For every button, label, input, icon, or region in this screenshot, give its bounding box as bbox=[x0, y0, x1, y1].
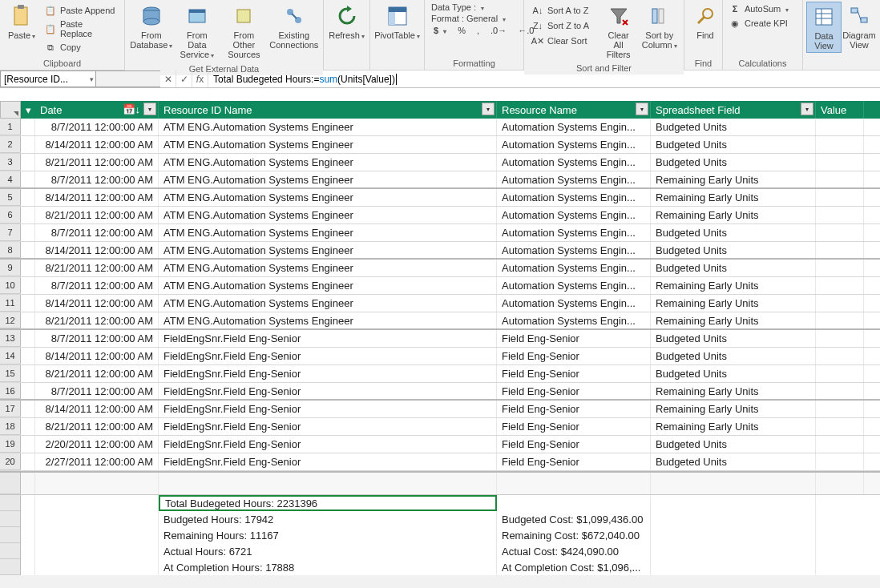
row-number[interactable]: 13 bbox=[0, 330, 21, 347]
currency-button[interactable]: $ bbox=[431, 25, 449, 36]
sort-az-button[interactable]: A↓Sort A to Z bbox=[529, 3, 597, 18]
row-number[interactable]: 12 bbox=[0, 312, 21, 328]
cell-resource-id[interactable]: ATM ENG.Automation Systems Engineer bbox=[159, 312, 497, 328]
row-number[interactable]: 3 bbox=[0, 154, 21, 171]
row-number[interactable]: 20 bbox=[0, 453, 21, 470]
cell-spreadsheet-field[interactable]: Remaining Early Units bbox=[651, 277, 816, 294]
cell-date[interactable]: 8/7/2011 12:00:00 AM bbox=[35, 383, 159, 399]
row-number[interactable]: 9 bbox=[0, 260, 21, 276]
summary-left-cell[interactable]: Actual Hours: 6721 bbox=[159, 543, 497, 559]
cell-value[interactable] bbox=[816, 154, 864, 171]
row-number[interactable]: 15 bbox=[0, 365, 21, 382]
copy-button[interactable]: ⧉Copy bbox=[42, 40, 119, 54]
from-database-button[interactable]: From Database bbox=[128, 2, 175, 52]
create-kpi-button[interactable]: ◉Create KPI bbox=[726, 16, 790, 30]
cell-resource-name[interactable]: Automation Systems Engin... bbox=[497, 189, 651, 206]
cell-spreadsheet-field[interactable]: Remaining Early Units bbox=[651, 171, 816, 187]
cell-resource-name[interactable]: Field Eng-Senior bbox=[497, 330, 651, 347]
col-header-spreadsheet-field[interactable]: Spreadsheet Field▾ bbox=[651, 101, 816, 119]
date-filter-button[interactable]: ▾ bbox=[143, 103, 156, 115]
cell-value[interactable] bbox=[816, 436, 864, 453]
cell-resource-id[interactable]: ATM ENG.Automation Systems Engineer bbox=[159, 136, 497, 153]
pivottable-button[interactable]: PivotTable bbox=[373, 2, 421, 42]
cell-resource-id[interactable]: ATM ENG.Automation Systems Engineer bbox=[159, 207, 497, 224]
cell-spreadsheet-field[interactable]: Remaining Early Units bbox=[651, 401, 816, 417]
cell-value[interactable] bbox=[816, 171, 864, 187]
cell-value[interactable] bbox=[816, 136, 864, 153]
cell-resource-id[interactable]: ATM ENG.Automation Systems Engineer bbox=[159, 189, 497, 206]
cell-date[interactable]: 8/21/2011 12:00:00 AM bbox=[35, 312, 159, 328]
cell-resource-name[interactable]: Automation Systems Engin... bbox=[497, 136, 651, 153]
cell-spreadsheet-field[interactable]: Budgeted Units bbox=[651, 365, 816, 382]
col-header-resource-name[interactable]: Resource Name▾ bbox=[497, 101, 651, 119]
summary-left-cell[interactable]: Budgeted Hours: 17942 bbox=[159, 511, 497, 527]
cell-spreadsheet-field[interactable]: Budgeted Units bbox=[651, 348, 816, 364]
cell-spreadsheet-field[interactable]: Remaining Early Units bbox=[651, 418, 816, 435]
cell-value[interactable] bbox=[816, 418, 864, 435]
cell-date[interactable]: 2/27/2011 12:00:00 AM bbox=[35, 453, 159, 470]
summary-right-cell[interactable]: At Completion Cost: $1,096,... bbox=[497, 559, 651, 575]
sort-by-column-button[interactable]: Sort by Column bbox=[639, 2, 680, 52]
cell-resource-name[interactable]: Automation Systems Engin... bbox=[497, 260, 651, 276]
row-number[interactable]: 7 bbox=[0, 224, 21, 241]
row-number[interactable]: 1 bbox=[0, 119, 21, 135]
percent-button[interactable]: % bbox=[455, 25, 468, 36]
cell-resource-name[interactable]: Automation Systems Engin... bbox=[497, 171, 651, 187]
cancel-formula-button[interactable]: ✕ bbox=[160, 70, 176, 87]
format-dropdown[interactable]: Format : General bbox=[428, 13, 520, 24]
cell-spreadsheet-field[interactable]: Budgeted Units bbox=[651, 154, 816, 171]
cell-value[interactable] bbox=[816, 383, 864, 399]
cell-resource-name[interactable]: Field Eng-Senior bbox=[497, 418, 651, 435]
increase-decimal-button[interactable]: .0→ bbox=[488, 25, 509, 36]
name-box-dropdown-icon[interactable]: ▾ bbox=[90, 75, 94, 83]
cell-value[interactable] bbox=[816, 260, 864, 276]
paste-button[interactable]: Paste bbox=[3, 2, 40, 42]
table-row[interactable]: 58/14/2011 12:00:00 AMATM ENG.Automation… bbox=[0, 189, 880, 207]
table-row[interactable]: 168/7/2011 12:00:00 AMFieldEngSnr.Field … bbox=[0, 383, 880, 401]
table-row[interactable]: 118/14/2011 12:00:00 AMATM ENG.Automatio… bbox=[0, 295, 880, 312]
cell-date[interactable]: 2/20/2011 12:00:00 AM bbox=[35, 436, 159, 453]
cell-resource-name[interactable]: Automation Systems Engin... bbox=[497, 119, 651, 135]
cell-resource-name[interactable]: Field Eng-Senior bbox=[497, 401, 651, 417]
summary-left-cell[interactable]: At Completion Hours: 17888 bbox=[159, 559, 497, 575]
cell-date[interactable]: 8/7/2011 12:00:00 AM bbox=[35, 277, 159, 294]
table-row[interactable]: 158/21/2011 12:00:00 AMFieldEngSnr.Field… bbox=[0, 365, 880, 383]
cell-date[interactable]: 8/7/2011 12:00:00 AM bbox=[35, 330, 159, 347]
cell-resource-id[interactable]: FieldEngSnr.Field Eng-Senior bbox=[159, 436, 497, 453]
row-filter-button[interactable]: ▾ bbox=[26, 104, 31, 116]
cell-value[interactable] bbox=[816, 453, 864, 470]
cell-spreadsheet-field[interactable]: Remaining Early Units bbox=[651, 189, 816, 206]
summary-right-cell[interactable]: Budgeted Cost: $1,099,436.00 bbox=[497, 511, 651, 527]
table-row[interactable]: 188/21/2011 12:00:00 AMFieldEngSnr.Field… bbox=[0, 418, 880, 436]
cell-spreadsheet-field[interactable]: Budgeted Units bbox=[651, 330, 816, 347]
cell-date[interactable]: 8/21/2011 12:00:00 AM bbox=[35, 260, 159, 276]
cell-resource-name[interactable]: Automation Systems Engin... bbox=[497, 277, 651, 294]
cell-resource-id[interactable]: FieldEngSnr.Field Eng-Senior bbox=[159, 383, 497, 399]
cell-value[interactable] bbox=[816, 189, 864, 206]
cell-date[interactable]: 8/14/2011 12:00:00 AM bbox=[35, 348, 159, 364]
clear-sort-button[interactable]: A✕Clear Sort bbox=[529, 34, 597, 48]
from-data-service-button[interactable]: From Data Service bbox=[175, 2, 220, 62]
name-box[interactable]: [Resource ID... ▾ bbox=[0, 70, 96, 87]
cell-date[interactable]: 8/21/2011 12:00:00 AM bbox=[35, 418, 159, 435]
cell-value[interactable] bbox=[816, 242, 864, 258]
cell-spreadsheet-field[interactable]: Budgeted Units bbox=[651, 260, 816, 276]
col-header-resource-id[interactable]: Resource ID Name▾ bbox=[159, 101, 497, 119]
cell-resource-name[interactable]: Field Eng-Senior bbox=[497, 383, 651, 399]
cell-resource-id[interactable]: FieldEngSnr.Field Eng-Senior bbox=[159, 401, 497, 417]
cell-resource-id[interactable]: ATM ENG.Automation Systems Engineer bbox=[159, 224, 497, 241]
table-row[interactable]: 18/7/2011 12:00:00 AMATM ENG.Automation … bbox=[0, 119, 880, 136]
data-view-button[interactable]: Data View bbox=[806, 2, 842, 53]
total-budgeted-hours-cell[interactable]: Total Budegeted Hours: 2231396 bbox=[159, 495, 497, 511]
cell-spreadsheet-field[interactable]: Budgeted Units bbox=[651, 136, 816, 153]
diagram-view-button[interactable]: Diagram View bbox=[842, 2, 877, 51]
row-number[interactable]: 8 bbox=[0, 242, 21, 258]
cell-resource-id[interactable]: FieldEngSnr.Field Eng-Senior bbox=[159, 365, 497, 382]
cell-spreadsheet-field[interactable]: Remaining Early Units bbox=[651, 295, 816, 312]
cell-value[interactable] bbox=[816, 348, 864, 364]
row-number[interactable]: 11 bbox=[0, 295, 21, 312]
cell-resource-id[interactable]: FieldEngSnr.Field Eng-Senior bbox=[159, 348, 497, 364]
table-row[interactable]: 38/21/2011 12:00:00 AMATM ENG.Automation… bbox=[0, 154, 880, 171]
row-number[interactable]: 2 bbox=[0, 136, 21, 153]
cell-spreadsheet-field[interactable]: Remaining Early Units bbox=[651, 383, 816, 399]
